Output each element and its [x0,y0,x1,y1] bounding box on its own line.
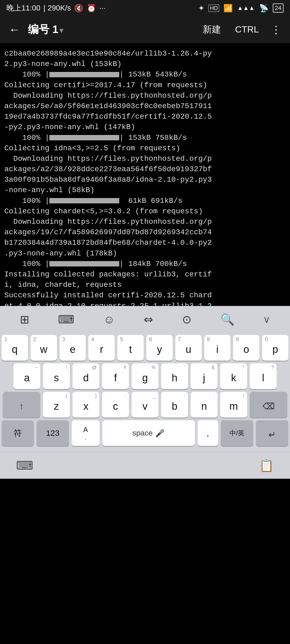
key-j[interactable]: &j [191,363,218,389]
key-i[interactable]: 8i [204,335,231,361]
terminal-line-20: .py3-none-any.whl (178kB) [4,249,117,258]
speed-label: | 290K/s [44,4,71,12]
terminal-line-2: 2.py3-none-any.whl (153kB) [4,60,122,68]
emoji-icon[interactable]: ☺ [99,311,119,328]
key-k[interactable]: *k [220,363,247,389]
key-o[interactable]: 9o [233,335,259,361]
signal-icon: 📶 [223,4,233,13]
terminal-line-11: Downloading https://files.pythonhosted.o… [4,155,212,163]
key-f[interactable]: #f [102,363,129,389]
terminal-line-4: Collecting certifi>=2017.4.17 (from requ… [4,81,207,89]
key-t[interactable]: 5t [117,335,144,361]
key-w[interactable]: 2w [31,335,57,361]
hd-badge: HD [209,5,219,12]
battery-indicator: 24 [273,3,284,13]
link-icon[interactable]: ⊙ [178,311,196,328]
num-key[interactable]: 123 [37,420,69,446]
terminal-line-15: 100% | 61kB 691kB/s [4,197,182,205]
enter-key[interactable]: ↵ [256,420,288,446]
key-v[interactable]: _v [132,392,158,418]
keyboard-icon[interactable]: ⌨ [54,311,79,328]
key-a[interactable]: ~a [13,363,40,389]
keyboard-row-3: ↑ (z )x -c _v :b ;n /m ⌫ [2,392,288,418]
bluetooth-icon: ✦ [198,4,204,13]
key-d[interactable]: @d [73,363,99,389]
signal2-icon: ▲▲▲ [237,5,255,12]
key-r[interactable]: 4r [88,335,115,361]
terminal-line-1: c2baa0e268989a4e3ec19e90c84e/urllib3-1.2… [4,49,212,58]
symbols-key[interactable]: 符 [2,420,34,446]
terminal-line-17: Downloading https://files.pythonhosted.o… [4,218,212,226]
clipboard-icon[interactable]: 📋 [259,459,274,473]
terminal-line-5: Downloading https://files.pythonhosted.o… [4,92,212,100]
status-bar: 晚上11:00 | 290K/s 🔇 ⏰ ··· ✦ HD 📶 ▲▲▲ 📡 24 [0,0,290,16]
lang-key[interactable]: A, [72,420,100,446]
terminal-line-3: 100% || 153kB 543kB/s [4,70,187,79]
status-left: 晚上11:00 | 290K/s 🔇 ⏰ ··· [6,3,106,13]
terminal-line-9: 100% || 153kB 758kB/s [4,134,187,142]
terminal-line-12: ackages/a2/38/928ddce2273eaa564f6f50de91… [4,165,212,173]
search-icon[interactable]: 🔍 [216,311,239,328]
wifi-icon: 📡 [259,4,269,13]
terminal-line-16: Collecting chardet<5,>=3.0.2 (from reque… [4,207,203,215]
backspace-key[interactable]: ⌫ [250,392,287,418]
terminal-line-10: Collecting idna<3,>=2.5 (from requests) [4,144,180,152]
terminal-line-19: b1720384a4d739a1872bd84fbe68/chardet-4.0… [4,239,212,247]
app-bar: ← 编号 1▾ 新建 CTRL ⋮ [0,16,290,43]
terminal-line-23: i, idna, chardet, requests [4,281,122,289]
key-h[interactable]: 'h [161,363,188,389]
key-z[interactable]: (z [43,392,70,418]
keyboard-row-1: 1q 2w 3e 4r 5t 6y 7u 8i 9o 0p [2,335,288,361]
dots-icon: ··· [99,4,106,12]
terminal-line-24: Successfully installed certifi-2020.12.5… [4,291,212,299]
menu-button[interactable]: ⋮ [269,21,284,38]
cursor-move-icon[interactable]: ⇔ [139,311,157,328]
key-m[interactable]: /m [220,392,247,418]
keyboard-toggle-icon[interactable]: ⌨ [16,459,33,472]
status-right: ✦ HD 📶 ▲▲▲ 📡 24 [198,3,284,13]
key-u[interactable]: 7u [175,335,202,361]
key-n[interactable]: ;n [191,392,218,418]
app-title: 编号 1▾ [28,22,193,37]
keyboard-row-4: 符 123 A, space 🎤 . 中/英 ↵ [2,420,288,446]
key-g[interactable]: %g [132,363,158,389]
keyboard-row-2: ~a !s @d #f %g 'h &j *k ?l [2,363,288,389]
keyboard: 1q 2w 3e 4r 5t 6y 7u 8i 9o 0p ~a !s @d #… [0,333,290,452]
key-c[interactable]: -c [102,392,129,418]
bottom-bar: ⌨ 📋 [0,452,290,479]
terminal-line-13: 3a00f091b5baba8dfa9460f3a8a8/idna-2.10-p… [4,175,212,184]
terminal-line-14: -none-any.whl (58kB) [4,186,95,194]
terminal-line-18: ackages/19/c7/fa589626997dd07bd87d926934… [4,228,212,236]
key-x[interactable]: )x [73,392,99,418]
collapse-icon[interactable]: ∨ [259,312,274,327]
terminal-line-25: et-4.0.0 idna-2.10 requests-2.25.1 urlli… [4,302,212,306]
new-button[interactable]: 新建 [198,21,225,38]
back-button[interactable]: ← [6,21,23,38]
terminal-line-8: -py2.py3-none-any.whl (147kB) [4,123,135,131]
key-s[interactable]: !s [43,363,70,389]
grid-icon[interactable]: ⊞ [16,311,34,328]
terminal-line-21: 100% || 184kB 700kB/s [4,260,187,268]
terminal-line-22: Installing collected packages: urllib3, … [4,270,212,279]
keyboard-toolbar: ⊞ ⌨ ☺ ⇔ ⊙ 🔍 ∨ [0,306,290,333]
shift-key[interactable]: ↑ [3,392,40,418]
key-l[interactable]: ?l [250,363,277,389]
key-e[interactable]: 3e [60,335,86,361]
terminal-output: c2baa0e268989a4e3ec19e90c84e/urllib3-1.2… [0,43,290,306]
space-key[interactable]: space 🎤 [102,420,195,446]
time-label: 晚上11:00 [6,3,40,13]
key-q[interactable]: 1q [2,335,28,361]
title-arrow: ▾ [59,26,63,35]
key-b[interactable]: :b [161,392,188,418]
terminal-line-6: ackages/5e/a0/5f06e1e1d463903cf0c0eebeb7… [4,102,212,110]
terminal-line-7: 19ed7a4b3737fdc9a77f1cdfb51f/certifi-202… [4,112,212,121]
mute-icon: 🔇 [74,4,84,13]
key-y[interactable]: 6y [146,335,173,361]
period-key[interactable]: . [198,420,218,446]
ctrl-button[interactable]: CTRL [231,22,263,37]
lang-switch-key[interactable]: 中/英 [221,420,253,446]
alarm-icon: ⏰ [87,4,96,13]
key-p[interactable]: 0p [262,335,288,361]
